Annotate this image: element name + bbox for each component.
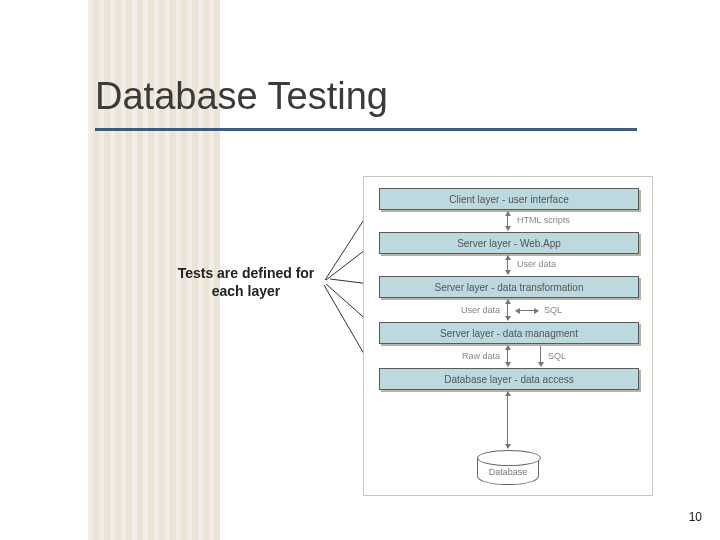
layer-dbaccess: Database layer - data access <box>379 368 639 390</box>
layer-client: Client layer - user interface <box>379 188 639 210</box>
flow-sql1: SQL <box>544 305 562 315</box>
flow-sql2: SQL <box>548 351 566 361</box>
flow-rawdata: Raw data <box>462 351 500 361</box>
title-underline <box>95 128 637 131</box>
flow-userdata1: User data <box>517 259 556 269</box>
architecture-diagram: Client layer - user interface Server lay… <box>363 176 653 496</box>
annotation-text: Tests are defined for each layer <box>156 265 336 300</box>
flow-userdata2: User data <box>461 305 500 315</box>
flow-htmlscripts: HTML scripts <box>517 215 570 225</box>
slide-title: Database Testing <box>95 75 388 118</box>
arrow-mgmt-dbaccess-left <box>507 346 508 366</box>
slide: Database Testing Tests are defined for e… <box>0 0 720 540</box>
arrow-webapp-transform <box>507 256 508 274</box>
layer-transform: Server layer - data transformation <box>379 276 639 298</box>
layer-webapp: Server layer - Web.App <box>379 232 639 254</box>
arrow-client-webapp <box>507 212 508 230</box>
harrow-userdata-sql <box>516 310 538 311</box>
layer-datamgmt: Server layer - data managment <box>379 322 639 344</box>
page-number: 10 <box>689 510 702 524</box>
database-label: Database <box>477 467 539 477</box>
annotation-line1: Tests are defined for <box>178 265 315 281</box>
arrow-transform-mgmt <box>507 300 508 320</box>
arrow-dbaccess-database <box>507 392 508 448</box>
arrow-mgmt-dbaccess-right <box>540 346 541 366</box>
annotation-line2: each layer <box>212 283 281 299</box>
